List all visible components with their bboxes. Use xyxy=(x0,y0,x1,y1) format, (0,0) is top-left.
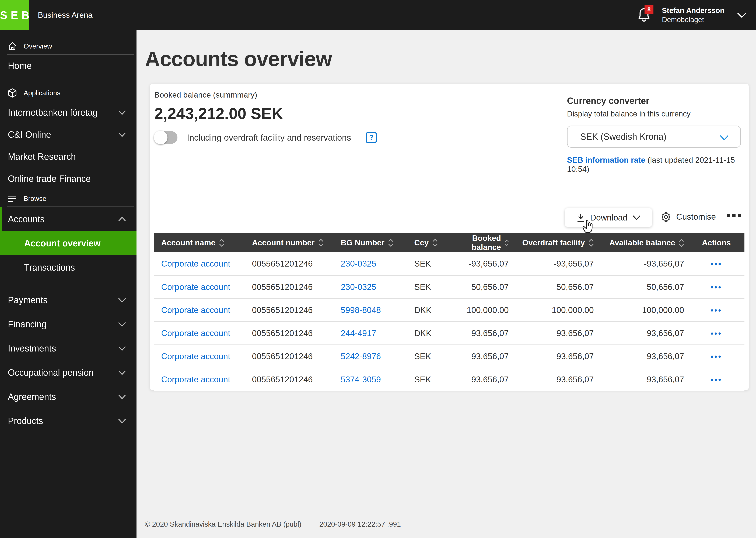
chevron-down-icon xyxy=(118,395,126,399)
column-header-booked-balance[interactable]: Booked balance xyxy=(447,233,513,252)
overdraft-facility-cell: 93,656,07 xyxy=(513,322,598,345)
ccy-cell: SEK xyxy=(407,252,447,275)
sidebar-item-label: Investments xyxy=(8,343,56,353)
sidebar-item-label: Transactions xyxy=(24,262,75,273)
sort-icon xyxy=(318,239,324,247)
account-name-link[interactable]: Corporate account xyxy=(161,282,230,292)
sidebar-section-overview[interactable]: Overview xyxy=(0,38,136,54)
sidebar-item-market-research[interactable]: Market Research xyxy=(0,145,136,168)
sidebar-item-financing[interactable]: Financing xyxy=(0,312,136,336)
seb-logo[interactable]: SEB xyxy=(0,0,29,30)
sidebar-item-agreements[interactable]: Agreements xyxy=(0,385,136,409)
ccy-cell: SEK xyxy=(407,275,447,298)
user-organisation: Demobolaget xyxy=(662,15,725,24)
chevron-up-icon xyxy=(118,217,126,222)
sidebar-item-label: Financing xyxy=(8,319,47,329)
chevron-down-icon xyxy=(118,346,126,351)
column-header-overdraft-facility[interactable]: Overdraft facility xyxy=(513,233,598,252)
footer-copyright: © 2020 Skandinaviska Enskilda Banken AB … xyxy=(145,520,301,528)
overdraft-toggle[interactable] xyxy=(154,131,177,144)
sidebar-item-investments[interactable]: Investments xyxy=(0,336,136,360)
sidebar-item-label: Payments xyxy=(8,295,48,305)
bg-number-link[interactable]: 230-0325 xyxy=(341,259,376,268)
row-actions-button[interactable]: ••• xyxy=(711,352,722,361)
column-header-ccy[interactable]: Ccy xyxy=(407,233,447,252)
chevron-down-icon xyxy=(633,215,640,220)
table-row: Corporate account 0055651201246 230-0325… xyxy=(154,252,744,275)
available-balance-cell: 50,656.07 xyxy=(598,275,688,298)
account-name-link[interactable]: Corporate account xyxy=(161,352,230,361)
sidebar-item-internetbanken[interactable]: Internetbanken företag xyxy=(0,101,136,124)
available-balance-cell: 93,656,07 xyxy=(598,368,688,391)
footer-timestamp: 2020-09-09 12:22:57 .991 xyxy=(319,520,401,528)
sidebar-item-label: Agreements xyxy=(8,392,56,402)
sidebar-item-transactions[interactable]: Transactions xyxy=(0,255,136,280)
customise-button[interactable]: Customise xyxy=(660,211,716,222)
bg-number-link[interactable]: 5374-3059 xyxy=(341,375,381,384)
account-name-link[interactable]: Corporate account xyxy=(161,259,230,268)
bg-number-link[interactable]: 244-4917 xyxy=(341,329,376,338)
sidebar-item-products[interactable]: Products xyxy=(0,409,136,433)
sidebar-item-online-trade-finance[interactable]: Online trade Finance xyxy=(0,168,136,190)
sidebar-item-account-overview[interactable]: Account overview xyxy=(0,231,136,255)
chevron-down-icon xyxy=(118,110,126,115)
sidebar-item-label: Home xyxy=(8,61,32,71)
booked-balance-cell: 93,656,07 xyxy=(447,345,513,368)
table-toolbar: Download xyxy=(150,208,749,234)
sidebar-item-label: Occupational pension xyxy=(8,367,94,378)
sidebar-section-label: Overview xyxy=(24,42,52,50)
overdraft-facility-cell: 50,656.07 xyxy=(513,275,598,298)
table-row: Corporate account 0055651201246 230-0325… xyxy=(154,275,744,298)
column-header-account-name[interactable]: Account name xyxy=(154,233,245,252)
available-balance-cell: 93,656,07 xyxy=(598,345,688,368)
sort-icon xyxy=(219,239,224,247)
notification-badge: 8 xyxy=(644,5,653,14)
column-header-account-number[interactable]: Account number xyxy=(245,233,334,252)
bg-number-link[interactable]: 5998-8048 xyxy=(341,305,381,315)
account-number-cell: 0055651201246 xyxy=(245,252,334,275)
toggle-knob xyxy=(154,131,167,144)
sidebar-section-applications[interactable]: Applications xyxy=(0,85,136,101)
account-name-link[interactable]: Corporate account xyxy=(161,329,230,338)
sort-icon xyxy=(432,239,438,247)
summary-amount: 2,243,212.00 SEK xyxy=(154,105,377,123)
account-name-link[interactable]: Corporate account xyxy=(161,375,230,384)
chevron-down-icon xyxy=(118,322,126,327)
sidebar: Overview Home Applications Internetbanke… xyxy=(0,30,136,538)
sidebar-item-occupational-pension[interactable]: Occupational pension xyxy=(0,360,136,385)
sidebar-item-accounts[interactable]: Accounts xyxy=(0,207,136,231)
download-button[interactable]: Download xyxy=(565,208,652,227)
user-name: Stefan Andersson xyxy=(662,6,725,15)
account-name-link[interactable]: Corporate account xyxy=(161,305,230,315)
sidebar-item-ci-online[interactable]: C&I Online xyxy=(0,124,136,145)
row-actions-button[interactable]: ••• xyxy=(711,329,722,338)
ccy-cell: DKK xyxy=(407,322,447,345)
bg-number-link[interactable]: 5242-8976 xyxy=(341,352,381,361)
sidebar-item-payments[interactable]: Payments xyxy=(0,288,136,312)
bg-number-link[interactable]: 230-0325 xyxy=(341,282,376,292)
column-header-bg-number[interactable]: BG Number xyxy=(334,233,407,252)
main-content: Accounts overview Booked balance (summma… xyxy=(136,30,756,538)
sidebar-item-home[interactable]: Home xyxy=(0,55,136,77)
more-options-button[interactable] xyxy=(727,214,741,217)
chevron-down-icon xyxy=(118,132,126,137)
user-menu-chevron-down-icon[interactable] xyxy=(737,13,746,18)
notifications-button[interactable]: 8 xyxy=(638,7,651,23)
dot xyxy=(732,214,735,217)
currency-select[interactable]: SEK (Swedish Krona) xyxy=(567,126,741,148)
help-icon[interactable]: ? xyxy=(366,132,377,143)
user-block[interactable]: Stefan Andersson Demobolaget xyxy=(662,6,725,24)
seb-information-rate-link[interactable]: SEB information rate xyxy=(567,155,645,164)
row-actions-button[interactable]: ••• xyxy=(711,306,722,315)
column-header-available-balance[interactable]: Available balance xyxy=(598,233,688,252)
converter-subtitle: Display total balance in this currency xyxy=(567,110,741,118)
sidebar-section-browse[interactable]: Browse xyxy=(0,191,136,206)
row-actions-button[interactable]: ••• xyxy=(711,259,722,268)
sidebar-item-label: Accounts xyxy=(8,214,45,224)
row-actions-button[interactable]: ••• xyxy=(711,283,722,292)
account-number-cell: 0055651201246 xyxy=(245,322,334,345)
row-actions-button[interactable]: ••• xyxy=(711,375,722,384)
chevron-down-icon xyxy=(118,418,126,423)
ccy-cell: DKK xyxy=(407,298,447,322)
overdraft-facility-cell: 93,656,07 xyxy=(513,345,598,368)
